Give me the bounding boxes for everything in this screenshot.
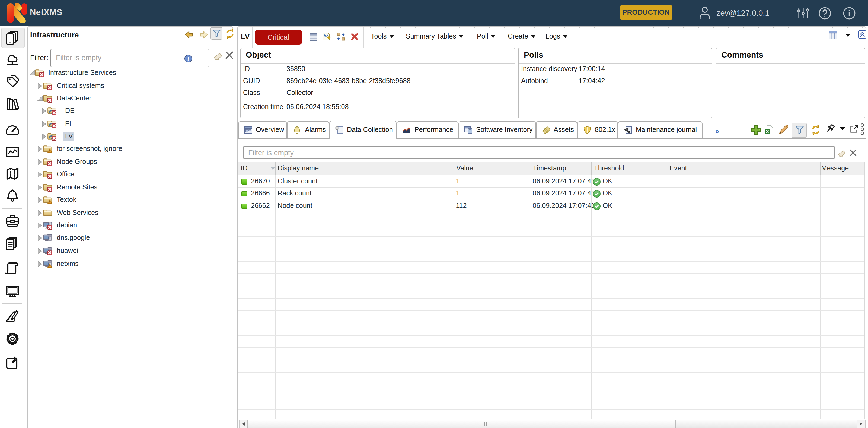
svg-text:i: i [187, 56, 189, 61]
